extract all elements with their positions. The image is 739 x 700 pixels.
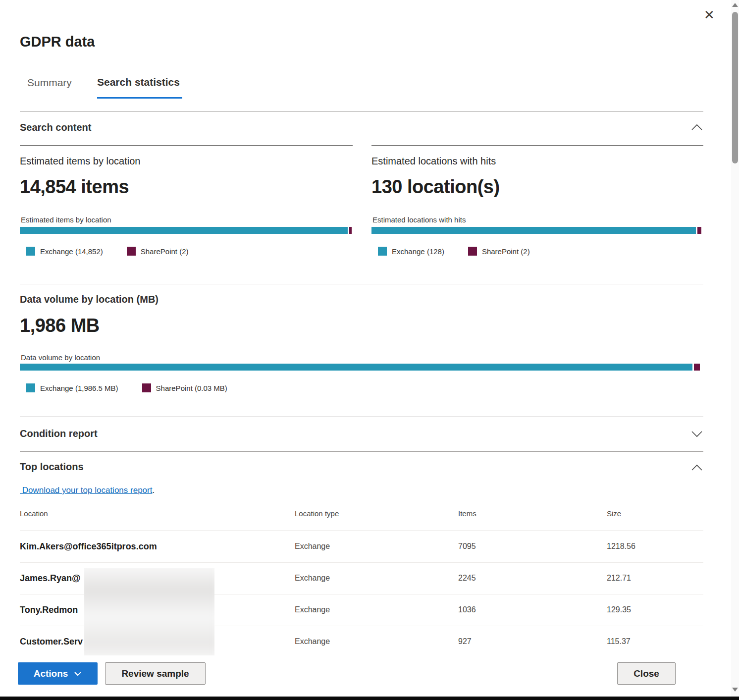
chevron-up-icon[interactable] (690, 464, 703, 473)
scrollbar-down-arrow-icon[interactable] (732, 688, 738, 692)
scrollbar-thumb[interactable] (732, 12, 738, 163)
cell-location-type: Exchange (295, 531, 330, 562)
legend-item-sharepoint: SharePoint (0.03 MB) (142, 383, 227, 392)
close-button-label: Close (633, 668, 659, 679)
scrollbar-track[interactable] (731, 0, 739, 697)
col-location-type: Location type (295, 509, 339, 518)
legend-label: Exchange (128) (392, 247, 444, 256)
active-tab-indicator (97, 97, 182, 99)
legend-item-exchange: Exchange (14,852) (26, 247, 103, 256)
legend-label: Exchange (1,986.5 MB) (40, 384, 118, 392)
divider (20, 417, 703, 417)
sharepoint-swatch (468, 247, 477, 256)
chevron-down-icon[interactable] (690, 431, 703, 439)
sharepoint-swatch (127, 247, 136, 256)
data-volume-bar (20, 364, 700, 371)
close-button[interactable]: Close (617, 662, 676, 685)
review-sample-button-label: Review sample (121, 668, 189, 679)
locations-with-hits-bar-label: Estimated locations with hits (372, 215, 466, 224)
items-by-location-bar (20, 227, 353, 234)
sharepoint-bar-segment (694, 364, 700, 371)
chevron-down-icon (74, 671, 82, 676)
sharepoint-swatch (142, 383, 151, 392)
condition-report-section-title: Condition report (20, 428, 98, 439)
items-by-location-value: 14,854 items (20, 176, 129, 198)
search-content-section-title: Search content (20, 122, 91, 133)
actions-button[interactable]: Actions (18, 662, 98, 685)
redaction-blur-overlay (84, 568, 214, 655)
cell-items: 927 (458, 626, 472, 657)
cell-location-type: Exchange (295, 594, 330, 626)
window-bottom-edge (0, 697, 739, 700)
items-by-location-legend: Exchange (14,852) SharePoint (2) (26, 247, 188, 256)
sharepoint-bar-segment (697, 227, 701, 234)
sharepoint-bar-segment (349, 227, 352, 234)
cell-location: Tony.Redmon (20, 594, 78, 626)
tab-search-statistics[interactable]: Search statistics (97, 76, 180, 88)
cell-size: 115.37 (607, 626, 631, 657)
legend-item-exchange: Exchange (1,986.5 MB) (26, 383, 118, 392)
cell-location: James.Ryan@ (20, 562, 81, 594)
exchange-bar-segment (20, 227, 348, 234)
cell-location: Kim.Akers@office365itpros.com (20, 531, 157, 562)
items-by-location-bar-label: Estimated items by location (21, 215, 111, 224)
divider (20, 111, 703, 111)
items-by-location-title: Estimated items by location (20, 156, 140, 167)
legend-label: SharePoint (2) (482, 247, 530, 256)
data-volume-card: Data volume by location (MB) 1,986 MB Da… (20, 284, 703, 408)
data-volume-title: Data volume by location (MB) (20, 294, 158, 305)
download-top-locations-link[interactable]: Download your top locations report (20, 485, 152, 495)
cell-items: 7095 (458, 531, 476, 562)
col-location: Location (20, 509, 48, 518)
data-volume-legend: Exchange (1,986.5 MB) SharePoint (0.03 M… (26, 383, 227, 392)
legend-label: Exchange (14,852) (40, 247, 103, 256)
divider (20, 451, 703, 452)
legend-item-sharepoint: SharePoint (2) (468, 247, 530, 256)
data-volume-bar-label: Data volume by location (21, 353, 100, 362)
cell-location-type: Exchange (295, 626, 330, 657)
review-sample-button[interactable]: Review sample (105, 662, 206, 685)
page-title: GDPR data (20, 34, 95, 50)
legend-label: SharePoint (0.03 MB) (156, 384, 227, 392)
col-items: Items (458, 509, 476, 518)
top-locations-section-title: Top locations (20, 461, 84, 473)
locations-with-hits-title: Estimated locations with hits (371, 156, 496, 167)
exchange-bar-segment (20, 364, 692, 371)
cell-size: 129.35 (607, 594, 631, 626)
legend-item-sharepoint: SharePoint (2) (127, 247, 189, 256)
link-suffix: . (152, 485, 155, 495)
download-link-row: Download your top locations report. (20, 485, 155, 495)
exchange-swatch (26, 247, 35, 256)
scrollbar-up-arrow-icon[interactable] (732, 3, 738, 7)
actions-button-label: Actions (34, 668, 68, 679)
data-volume-value: 1,986 MB (20, 315, 100, 336)
chevron-up-icon[interactable] (690, 124, 703, 133)
cell-location-type: Exchange (295, 562, 330, 594)
cell-location: Customer.Serv (20, 626, 83, 657)
locations-with-hits-bar (371, 227, 703, 234)
cell-size: 1218.56 (607, 531, 635, 562)
cell-size: 212.71 (607, 562, 631, 594)
items-by-location-card: Estimated items by location 14,854 items… (20, 145, 353, 279)
cell-items: 1036 (458, 594, 476, 626)
exchange-swatch (26, 383, 35, 392)
gdpr-data-dialog: ✕ GDPR data Summary Search statistics Se… (0, 0, 739, 700)
blur-smear (84, 568, 214, 655)
legend-label: SharePoint (2) (141, 247, 189, 256)
legend-item-exchange: Exchange (128) (378, 247, 444, 256)
tab-summary[interactable]: Summary (27, 77, 72, 89)
locations-with-hits-value: 130 location(s) (371, 176, 500, 198)
table-row: Kim.Akers@office365itpros.com Exchange 7… (20, 531, 703, 562)
close-icon[interactable]: ✕ (700, 6, 718, 24)
exchange-bar-segment (371, 227, 696, 234)
locations-with-hits-card: Estimated locations with hits 130 locati… (371, 145, 703, 279)
cell-items: 2245 (458, 562, 476, 594)
table-header-row: Location Location type Items Size (20, 509, 703, 520)
col-size: Size (607, 509, 621, 518)
exchange-swatch (378, 247, 387, 256)
locations-with-hits-legend: Exchange (128) SharePoint (2) (378, 247, 530, 256)
